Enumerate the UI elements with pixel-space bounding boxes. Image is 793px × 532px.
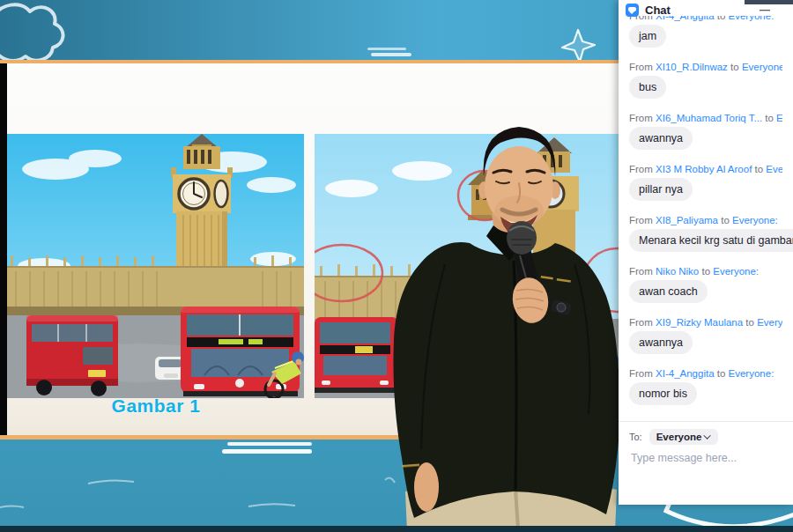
white-car	[155, 357, 185, 380]
chat-message: From Niko Niko to Everyone: awan coach	[629, 266, 782, 303]
chat-message-bubble: bus	[629, 76, 666, 99]
chat-message-bubble: pillar nya	[629, 178, 693, 201]
chevron-down-icon	[704, 432, 711, 439]
chat-message-bubble: awannya	[629, 331, 693, 354]
chat-message-sender: From XI8_Paliyama to Everyone:	[629, 215, 782, 226]
chat-message-bubble: awannya	[629, 127, 693, 150]
window-corner	[745, 0, 793, 4]
photo-gambar-1	[7, 134, 304, 398]
chat-message-sender: From XI-4_Anggita to Everyone:	[629, 16, 782, 22]
chat-message-bubble: awan coach	[629, 280, 708, 303]
chat-message: From XI10_R.Dilnwaz to Everyone: bus	[629, 62, 782, 99]
gambar-1-label: Gambar 1	[102, 395, 210, 417]
chat-message-sender: From Niko Niko to Everyone:	[629, 266, 782, 277]
recipient-value: Everyone	[656, 432, 702, 442]
chat-message: From XI3 M Robby Al Aroof to Everyone: p…	[629, 164, 782, 201]
chat-message: From XI-4_Anggita to Everyone: nomor bis	[629, 368, 782, 405]
chat-message-sender: From XI10_R.Dilnwaz to Everyone:	[629, 62, 782, 73]
bottom-strip	[0, 526, 793, 532]
chat-message-sender: From XI9_Rizky Maulana to Everyone:	[629, 317, 782, 329]
to-label: To:	[629, 432, 642, 442]
red-bus-left	[26, 315, 118, 396]
chat-composer: To: Everyone	[619, 421, 793, 505]
chat-message-bubble: nomor bis	[629, 382, 697, 405]
minimize-icon[interactable]	[760, 6, 770, 15]
chat-input[interactable]	[629, 450, 781, 496]
red-bus-3	[315, 317, 398, 393]
chat-message-bubble: Menara kecil krg satu di gambar 2	[629, 229, 793, 252]
chat-message: From XI9_Rizky Maulana to Everyone: awan…	[629, 317, 782, 354]
chat-message-sender: From XI6_Muhamad Toriq T... to Everyone:	[629, 113, 782, 124]
chat-message-list[interactable]: From XI-4_Anggita to Everyone: jam From …	[619, 16, 793, 421]
recipient-dropdown[interactable]: Everyone	[649, 429, 719, 445]
chat-message-sender: From XI-4_Anggita to Everyone:	[629, 368, 782, 380]
chat-panel: Chat From XI-4_Anggita to Everyone: jam …	[619, 0, 793, 505]
chat-bubble-icon	[626, 4, 639, 17]
chat-message: From XI6_Muhamad Toriq T... to Everyone:…	[629, 113, 782, 150]
presenter-hand-left	[414, 462, 439, 512]
chat-message-sender: From XI3 M Robby Al Aroof to Everyone:	[629, 164, 782, 175]
chat-message: From XI-4_Anggita to Everyone: jam	[629, 16, 782, 48]
chat-message: From XI8_Paliyama to Everyone: Menara ke…	[629, 215, 782, 252]
zoom-meeting-window: Gambar 1 Chat From XI-4_Anggita to Every…	[0, 0, 793, 532]
chat-message-bubble: jam	[629, 25, 666, 48]
chat-panel-title: Chat	[645, 4, 671, 17]
